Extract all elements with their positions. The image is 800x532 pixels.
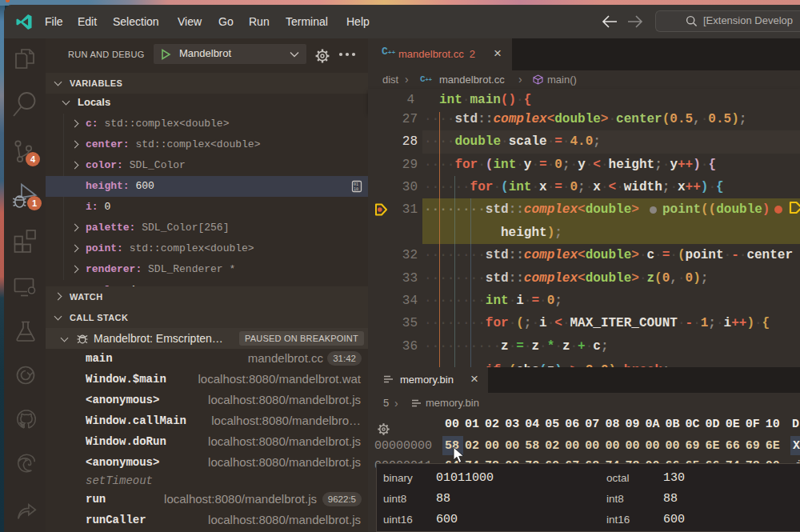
- svg-text:10: 10: [354, 186, 358, 191]
